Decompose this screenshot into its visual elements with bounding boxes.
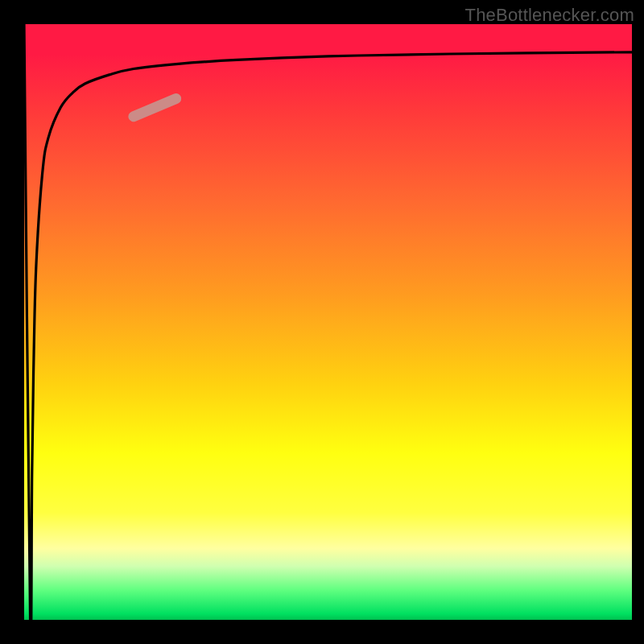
bottleneck-curve [24,24,632,640]
chart-frame: TheBottlenecker.com [0,0,644,644]
watermark-text: TheBottlenecker.com [465,5,634,26]
chart-curve-layer [24,24,632,620]
highlight-segment [134,99,176,117]
